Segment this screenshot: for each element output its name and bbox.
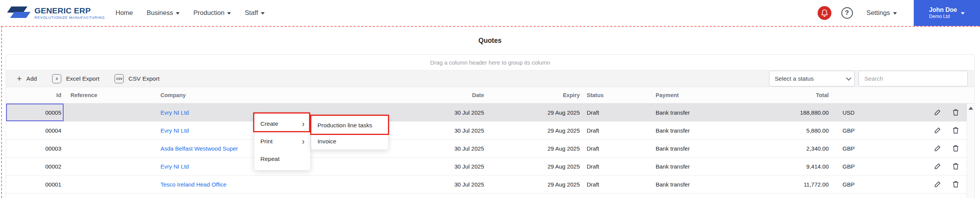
main-nav: Home Business Production Staff: [116, 9, 265, 17]
table-row[interactable]: 00004 Evry NI Ltd 30 Jul 2025 29 Aug 202…: [6, 122, 974, 140]
column-header-expiry[interactable]: Expiry: [485, 87, 581, 103]
table-row[interactable]: 00002 Evry NI Ltd 30 Jul 2025 29 Aug 202…: [6, 157, 974, 175]
delete-button[interactable]: [952, 144, 960, 153]
page-title: Quotes: [0, 37, 980, 45]
help-button[interactable]: ?: [841, 7, 853, 19]
row-id-cell[interactable]: 00005: [6, 104, 64, 121]
plus-icon: +: [17, 75, 22, 83]
delete-button[interactable]: [952, 108, 960, 117]
create-submenu: Production line tasks Invoice: [311, 115, 388, 150]
nav-item-business[interactable]: Business: [147, 9, 180, 17]
delete-button[interactable]: [952, 126, 960, 135]
column-header-payment[interactable]: Payment: [650, 87, 772, 103]
search-input[interactable]: [859, 71, 968, 86]
trash-icon: [952, 144, 960, 153]
pencil-icon: [933, 126, 942, 135]
grid-toolbar: + Add x Excel Export csv CSV Export Sele…: [6, 70, 974, 87]
status-filter-select[interactable]: Select a status: [769, 71, 855, 86]
context-menu-item-repeat[interactable]: Repeat: [254, 150, 310, 168]
brand-name: GENERIC ERP: [34, 6, 105, 15]
column-header-total[interactable]: Total: [772, 87, 830, 103]
status-badge: Draft: [581, 122, 650, 139]
question-mark-icon: ?: [845, 9, 849, 17]
scroll-up-arrow-icon[interactable]: [969, 107, 973, 110]
quotes-grid-card: Drag a column header here to group its c…: [6, 54, 975, 198]
status-badge: Draft: [581, 104, 650, 121]
column-header-currency: [830, 87, 887, 103]
row-id-cell[interactable]: 00003: [6, 140, 64, 157]
edit-button[interactable]: [933, 108, 942, 117]
settings-menu[interactable]: Settings: [867, 9, 897, 17]
user-company: Demo Ltd: [929, 14, 950, 20]
row-context-menu: Create › Print › Repeat: [254, 113, 311, 170]
company-link[interactable]: Asda Belfast Westwood Super: [160, 145, 238, 152]
edit-button[interactable]: [933, 180, 942, 188]
submenu-item-production-line-tasks[interactable]: Production line tasks: [311, 117, 388, 133]
nav-item-production[interactable]: Production: [193, 9, 231, 17]
edit-button[interactable]: [933, 162, 942, 170]
delete-button[interactable]: [952, 180, 960, 188]
chevron-down-icon: [176, 12, 180, 15]
excel-export-button[interactable]: x Excel Export: [52, 74, 99, 83]
table-header-row: Id Reference Company Date Expiry Status …: [6, 87, 974, 104]
csv-file-icon: csv: [115, 74, 124, 83]
trash-icon: [952, 108, 960, 117]
edit-button[interactable]: [933, 144, 942, 153]
column-header-company[interactable]: Company: [157, 87, 424, 103]
column-header-id[interactable]: Id: [6, 87, 64, 103]
table-row[interactable]: 00001 Tesco Ireland Head Office 30 Jul 2…: [6, 175, 974, 193]
brand-tagline: REVOLUTIONIZE MANUFACTURING: [34, 16, 105, 19]
vertical-scrollbar[interactable]: [967, 104, 974, 198]
nav-item-home[interactable]: Home: [116, 9, 133, 17]
row-id-cell[interactable]: 00002: [6, 157, 64, 175]
row-id-cell[interactable]: 00004: [6, 122, 64, 139]
user-name: John Doe: [929, 6, 957, 14]
table-row[interactable]: 00005 Evry NI Ltd 30 Jul 2025 29 Aug 202…: [6, 104, 974, 122]
trash-icon: [952, 162, 960, 170]
pencil-icon: [933, 144, 942, 153]
status-badge: Draft: [581, 140, 650, 157]
submenu-chevron-icon: ›: [302, 120, 304, 128]
brand-logo: GENERIC ERP REVOLUTIONIZE MANUFACTURING: [6, 5, 105, 21]
submenu-item-invoice[interactable]: Invoice: [311, 133, 388, 149]
brand-logo-icon: [6, 5, 31, 21]
status-badge: Draft: [581, 175, 650, 193]
context-menu-item-create[interactable]: Create ›: [254, 115, 310, 133]
column-header-status[interactable]: Status: [581, 87, 650, 103]
context-menu-item-print[interactable]: Print ›: [254, 133, 310, 150]
nav-item-staff[interactable]: Staff: [245, 9, 265, 17]
pencil-icon: [933, 108, 942, 117]
company-link[interactable]: Evry NI Ltd: [160, 163, 189, 170]
chevron-down-icon: [846, 75, 851, 80]
company-link[interactable]: Tesco Ireland Head Office: [160, 181, 226, 188]
notifications-button[interactable]: [818, 6, 831, 20]
chevron-down-icon: [261, 12, 265, 15]
table-row[interactable]: 00003 Asda Belfast Westwood Super 30 Jul…: [6, 140, 974, 157]
chevron-down-icon: [961, 12, 965, 15]
add-button[interactable]: + Add: [17, 75, 37, 83]
trash-icon: [952, 180, 960, 188]
column-header-reference[interactable]: Reference: [64, 87, 157, 103]
column-header-date[interactable]: Date: [424, 87, 485, 103]
column-header-actions: [887, 87, 967, 103]
submenu-chevron-icon: ›: [302, 137, 304, 146]
chevron-down-icon: [227, 12, 231, 15]
edit-button[interactable]: [933, 126, 942, 135]
company-link[interactable]: Evry NI Ltd: [160, 109, 189, 116]
status-badge: Draft: [581, 157, 650, 175]
bell-icon: [821, 9, 828, 17]
user-menu[interactable]: John Doe Demo Ltd: [914, 0, 980, 26]
group-by-hint[interactable]: Drag a column header here to group its c…: [6, 55, 974, 70]
csv-export-button[interactable]: csv CSV Export: [115, 74, 159, 83]
top-navbar: GENERIC ERP REVOLUTIONIZE MANUFACTURING …: [0, 0, 980, 26]
trash-icon: [952, 126, 960, 135]
pencil-icon: [933, 180, 942, 188]
row-id-cell[interactable]: 00001: [6, 175, 64, 193]
chevron-down-icon: [893, 12, 897, 15]
company-link[interactable]: Evry NI Ltd: [160, 127, 189, 134]
pencil-icon: [933, 162, 942, 170]
delete-button[interactable]: [952, 162, 960, 170]
excel-file-icon: x: [52, 74, 61, 83]
